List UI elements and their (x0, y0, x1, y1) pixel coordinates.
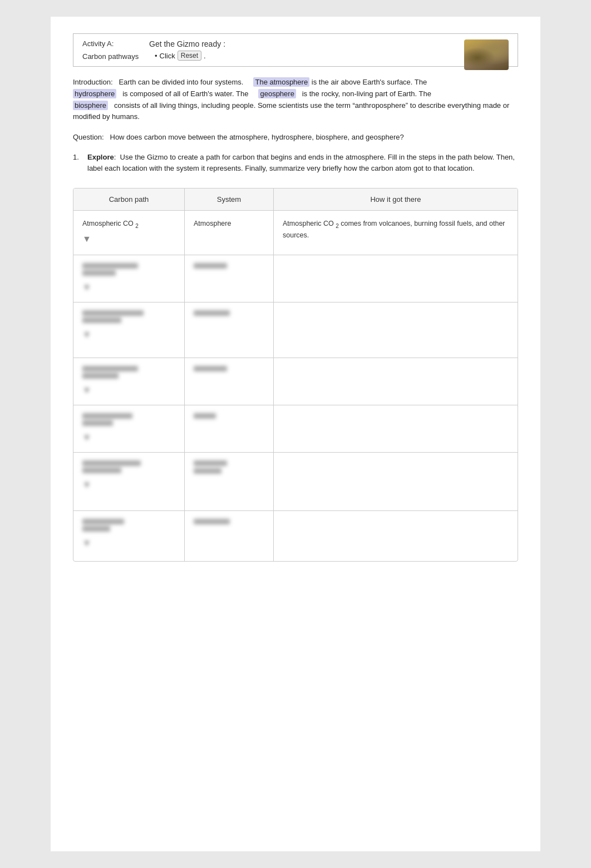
row-arrow-6: ▼ (82, 478, 91, 492)
get-gizmo-ready-text: Get the Gizmo ready (149, 39, 221, 48)
blurred-carbon-path-3 (82, 310, 144, 326)
blurred-carbon-path-4 (82, 366, 138, 381)
explore-number-row: 1. Explore: Use the Gizmo to create a pa… (73, 152, 518, 175)
table-row: ▼ (73, 255, 518, 302)
how-cell-3 (274, 302, 518, 358)
intro-text4: is the rocky, non-living part of Earth. … (302, 90, 431, 98)
table-row: ▼ (73, 302, 518, 358)
row-arrow-7: ▼ (82, 537, 91, 550)
blurred-system-4 (194, 366, 227, 371)
hydrosphere-highlight: hydrosphere (73, 89, 116, 98)
blurred-system-6 (194, 460, 227, 474)
blurred-carbon-path-5 (82, 413, 132, 429)
col-header-system: System (185, 189, 274, 210)
colon-text: : (223, 39, 225, 48)
question-section: Question: How does carbon move between t… (73, 132, 518, 143)
col-header-carbon-path: Carbon path (73, 189, 185, 210)
table-row: ▼ (73, 358, 518, 405)
table-row: Atmospheric CO 2 ▼ Atmosphere Atmospheri… (73, 211, 518, 255)
row-arrow-5: ▼ (82, 431, 91, 444)
explore-number: 1. (73, 152, 82, 175)
intro-label: Introduction: (73, 78, 113, 86)
blurred-system-7 (194, 519, 230, 524)
reset-button[interactable]: Reset (178, 51, 201, 61)
row-arrow-3: ▼ (82, 328, 91, 341)
carbon-path-cell-6: ▼ (73, 453, 185, 510)
blurred-carbon-path-6 (82, 460, 141, 476)
how-cell-4 (274, 358, 518, 405)
activity-title: Get the Gizmo ready : (149, 39, 509, 48)
carbon-path-cell-1: Atmospheric CO 2 ▼ (73, 211, 185, 255)
atmosphere-highlight: The atmosphere (253, 77, 309, 87)
col-header-how: How it got there (274, 189, 518, 210)
how-cell-5 (274, 405, 518, 452)
system-cell-5 (185, 405, 274, 452)
how-cell-2 (274, 255, 518, 302)
explore-section: 1. Explore: Use the Gizmo to create a pa… (73, 152, 518, 175)
intro-text2: is the air above Earth's surface. The (312, 78, 427, 86)
carbon-path-cell-5: ▼ (73, 405, 185, 452)
biosphere-highlight: biosphere (73, 101, 108, 110)
activity-a-text: Activity A: (82, 39, 149, 48)
blurred-system-5 (194, 413, 216, 419)
page: Activity A: Carbon pathways Get the Gizm… (51, 17, 540, 851)
reset-bullet: • Click Reset . (155, 51, 509, 61)
how-cell-6 (274, 453, 518, 510)
blurred-carbon-path-2 (82, 263, 138, 279)
row-arrow-2: ▼ (82, 281, 91, 294)
blurred-system-3 (194, 310, 230, 316)
gizmo-thumbnail (464, 39, 509, 70)
system-cell-7 (185, 511, 274, 561)
click-label: Click (160, 52, 175, 60)
introduction-section: Introduction: Earth can be divided into … (73, 77, 518, 123)
table-header: Carbon path System How it got there (73, 189, 518, 211)
carbon-path-cell-4: ▼ (73, 358, 185, 405)
header-box: Activity A: Carbon pathways Get the Gizm… (73, 33, 518, 67)
intro-text5: consists of all living things, including… (73, 101, 509, 121)
explore-text: Use the Gizmo to create a path for carbo… (87, 153, 515, 173)
bullet-dot: • (155, 52, 157, 60)
blurred-system-2 (194, 263, 227, 269)
system-cell-1: Atmosphere (185, 211, 274, 255)
how-cell-7 (274, 511, 518, 561)
table-row: ▼ (73, 453, 518, 511)
carbon-path-cell-2: ▼ (73, 255, 185, 302)
atmospheric-co2-label: Atmospheric CO 2 (82, 219, 139, 230)
reset-period: . (204, 52, 206, 60)
system-cell-4 (185, 358, 274, 405)
row-arrow-4: ▼ (82, 384, 91, 397)
how-value-1: Atmospheric CO 2 comes from volcanoes, b… (283, 219, 509, 240)
carbon-pathways-label: Carbon pathways (82, 52, 149, 61)
question-text: How does carbon move between the atmosph… (110, 133, 404, 141)
table-row: ▼ (73, 511, 518, 561)
explore-label: Explore (87, 153, 114, 161)
carbon-path-cell-3: ▼ (73, 302, 185, 358)
carbon-path-cell-7: ▼ (73, 511, 185, 561)
row-arrow-1: ▼ (82, 232, 91, 246)
intro-text3: is composed of all of Earth's water. The (122, 90, 248, 98)
intro-text1: Earth can be divided into four systems. (119, 78, 243, 86)
table-row: ▼ (73, 405, 518, 453)
activity-label: Activity A: Carbon pathways (82, 39, 149, 61)
system-cell-2 (185, 255, 274, 302)
question-label: Question: (73, 133, 104, 141)
system-cell-3 (185, 302, 274, 358)
how-cell-1: Atmospheric CO 2 comes from volcanoes, b… (274, 211, 518, 255)
explore-content: Explore: Use the Gizmo to create a path … (87, 152, 518, 175)
explore-colon: : (114, 153, 116, 161)
geosphere-highlight: geosphere (258, 89, 296, 98)
carbon-path-table: Carbon path System How it got there Atmo… (73, 188, 518, 562)
system-cell-6 (185, 453, 274, 510)
activity-content: Get the Gizmo ready : • Click Reset . (149, 39, 509, 61)
thumbnail-image (464, 39, 509, 70)
system-value-1: Atmosphere (194, 219, 231, 229)
blurred-carbon-path-7 (82, 519, 124, 534)
